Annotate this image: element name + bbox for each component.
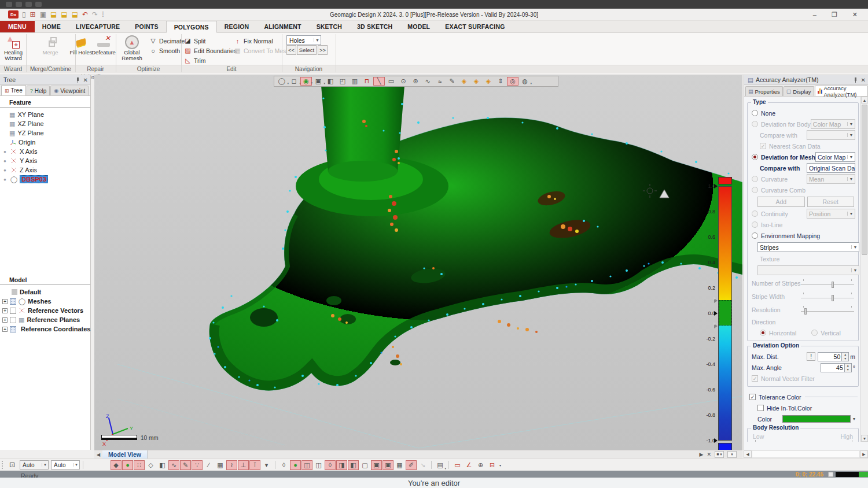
- new-view-button[interactable]: ■ ▾: [715, 451, 724, 458]
- scroll-right-icon[interactable]: ▶: [860, 450, 868, 458]
- defeature-button[interactable]: ✕ Defeature: [91, 35, 116, 65]
- pick-plane-icon[interactable]: ◫: [301, 460, 312, 470]
- pick-grid-icon[interactable]: ▦: [394, 460, 405, 470]
- checkbox-normal-vector-filter[interactable]: ✓Normal Vector Filter: [751, 373, 855, 384]
- radio-environment-mapping[interactable]: Environment Mapping: [751, 230, 855, 241]
- view-mode-polygon-icon[interactable]: ◯: [276, 77, 288, 86]
- tree-item-x-axis[interactable]: ● X Axis: [0, 147, 90, 156]
- clipboard-icon[interactable]: ▤: [435, 460, 446, 470]
- max-angle-input[interactable]: 45: [821, 363, 845, 372]
- show-point-cloud-icon[interactable]: ∷: [134, 460, 145, 470]
- expand-icon[interactable]: +: [2, 308, 8, 313]
- expand-selection-icon[interactable]: ⇕: [495, 77, 506, 86]
- colorbar-tolerance-zone[interactable]: [719, 300, 731, 326]
- show-coordinate-icon[interactable]: ⊥: [238, 460, 249, 470]
- scroll-up-icon[interactable]: ▲: [861, 97, 868, 103]
- tab-model[interactable]: MODEL: [400, 21, 437, 32]
- compare-view-icon[interactable]: ▥: [349, 77, 361, 86]
- undo-icon[interactable]: ↶: [82, 11, 88, 18]
- warning-button[interactable]: !: [807, 352, 815, 361]
- visibility-overflow-icon[interactable]: ▾: [261, 460, 272, 470]
- model-item-reference-planes[interactable]: +▦Reference Planes: [0, 315, 90, 324]
- stripe-width-slider[interactable]: [801, 293, 854, 301]
- app-logo[interactable]: Dx: [8, 10, 19, 19]
- deselect-bucket-icon[interactable]: ◈: [470, 77, 482, 86]
- tree-item-dbsp03[interactable]: ● ◯ DBSP03: [0, 175, 90, 184]
- compare-with-body-dropdown[interactable]: ▼: [807, 130, 855, 140]
- select-pen-icon[interactable]: ✎: [446, 77, 458, 86]
- healing-wizard-button[interactable]: ▲+ Healing Wizard: [1, 35, 26, 65]
- pick-face-icon[interactable]: ◨: [336, 460, 347, 470]
- tree-item-y-axis[interactable]: ● Y Axis: [0, 156, 90, 165]
- fill-holes-button[interactable]: Fill Holes: [68, 35, 94, 65]
- section-plane-icon[interactable]: ◧: [325, 77, 336, 86]
- close-button[interactable]: ✕: [852, 11, 858, 19]
- measure-position-icon[interactable]: ⊕: [475, 460, 486, 470]
- visibility-checkbox[interactable]: [10, 317, 16, 323]
- tab-display[interactable]: ▢Display: [784, 86, 814, 96]
- select-rectangle-icon[interactable]: ▭: [385, 77, 397, 86]
- pick-box-icon[interactable]: ▢: [359, 460, 370, 470]
- global-remesh-button[interactable]: ▲ Global Remesh: [118, 35, 146, 65]
- environment-style-dropdown[interactable]: Stripes▼: [757, 242, 859, 252]
- scanned-mesh-model[interactable]: [94, 75, 742, 450]
- tab-accuracy-analyzer[interactable]: Accuracy Analyzer(TM): [815, 86, 868, 96]
- tab-polygons[interactable]: POLYGONS: [166, 21, 217, 33]
- convert-to-mesh-button[interactable]: ▦Convert To Mesh: [234, 46, 289, 55]
- pick-region-icon[interactable]: ●: [290, 460, 301, 470]
- tab-properties[interactable]: ▤Properties: [745, 86, 783, 96]
- radio-curvature-comb[interactable]: Curvature Comb: [751, 184, 855, 195]
- new-document-icon[interactable]: ▯: [22, 11, 26, 18]
- expand-icon[interactable]: +: [2, 327, 8, 332]
- fill-selection-bucket-icon[interactable]: ◈: [458, 77, 470, 86]
- deviation-mesh-mode-dropdown[interactable]: Color Map▼: [815, 152, 855, 162]
- radio-vertical-icon[interactable]: [811, 330, 818, 336]
- measure-distance-icon[interactable]: ╲: [373, 77, 385, 86]
- restore-button[interactable]: ❐: [832, 11, 837, 19]
- measure-section-icon[interactable]: ⊟: [487, 460, 498, 470]
- minimize-button[interactable]: –: [813, 11, 816, 19]
- tab-scroll-left-icon[interactable]: ◀: [94, 452, 102, 457]
- model-item-default[interactable]: Default: [0, 287, 90, 297]
- scroll-left-icon[interactable]: ◀: [744, 450, 752, 458]
- resolution-slider[interactable]: [801, 306, 854, 314]
- tree-item-xy-plane[interactable]: ▦XY Plane: [0, 110, 90, 119]
- max-dist-input[interactable]: 50: [818, 352, 842, 361]
- color-swatch[interactable]: [782, 415, 851, 423]
- checkbox-hide-in-tol[interactable]: Hide In-Tol.Color: [748, 402, 858, 413]
- edit-boundaries-button[interactable]: ▨Edit Boundaries: [184, 46, 237, 55]
- visibility-options-icon[interactable]: ◎: [507, 77, 518, 86]
- workbench-icon[interactable]: ⊓: [361, 77, 373, 86]
- visibility-checkbox[interactable]: [10, 308, 16, 314]
- tree-item-yz-plane[interactable]: ▦YZ Plane: [0, 128, 90, 138]
- select-freeform-icon[interactable]: ≈: [434, 77, 446, 86]
- tab-help[interactable]: ?Help: [27, 86, 50, 95]
- viewpoint-camera-icon[interactable]: ◍: [519, 77, 531, 86]
- import-document-icon[interactable]: ⊞: [30, 11, 36, 18]
- right-panel-vertical-scrollbar[interactable]: ▲ ▼: [860, 97, 868, 442]
- reset-button[interactable]: Reset: [807, 197, 855, 207]
- tab-menu[interactable]: MENU: [0, 21, 35, 32]
- model-item-meshes[interactable]: +◯Meshes: [0, 297, 90, 306]
- show-plane-icon[interactable]: ▦: [215, 460, 226, 470]
- tree-item-xz-plane[interactable]: ▦XZ Plane: [0, 119, 90, 128]
- measure-overflow-icon[interactable]: ▾: [498, 463, 503, 467]
- select-polygon-icon[interactable]: ⊛: [410, 77, 421, 86]
- show-point-icon[interactable]: ∵: [192, 460, 203, 470]
- pick-sketch-icon[interactable]: ✐: [406, 460, 417, 470]
- body-resolution-slider[interactable]: [753, 440, 855, 442]
- import-folder-icon[interactable]: ⬓: [61, 11, 67, 18]
- radio-horizontal-icon[interactable]: [760, 330, 766, 336]
- texture-dropdown[interactable]: ▼: [757, 265, 859, 275]
- 3d-viewport[interactable]: ◯◻◉▣◧◰▥⊓╲▭⊙⊛∿≈✎◈◈◈⇕◎◍ 1.0 0.8 0.6 0.4 0.…: [94, 75, 742, 450]
- pick-surface-icon[interactable]: ◫: [313, 460, 324, 470]
- tab-3d-sketch[interactable]: 3D SKETCH: [350, 21, 400, 32]
- curvature-mode-dropdown[interactable]: Mean▼: [807, 174, 855, 184]
- pin-icon[interactable]: [854, 77, 858, 83]
- navigation-target-dropdown[interactable]: Holes ▼: [286, 35, 321, 45]
- scroll-down-icon[interactable]: ▼: [861, 435, 868, 442]
- model-view-tab[interactable]: Model View: [102, 450, 148, 459]
- colorbar-marker-zero[interactable]: [714, 311, 720, 316]
- add-button[interactable]: Add: [757, 197, 805, 207]
- pick-mesh-region-icon[interactable]: ◊: [325, 460, 336, 470]
